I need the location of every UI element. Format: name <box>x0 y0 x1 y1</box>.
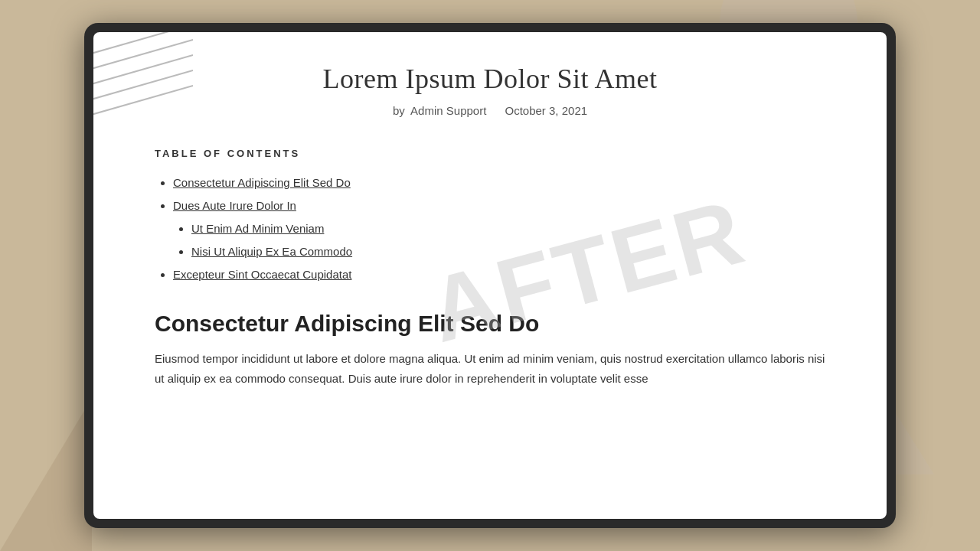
toc-list: Consectetur Adipiscing Elit Sed Do Dues … <box>155 171 825 286</box>
monitor-screen: Lorem Ipsum Dolor Sit Amet by Admin Supp… <box>93 32 887 519</box>
toc-link-1[interactable]: Consectetur Adipiscing Elit Sed Do <box>173 176 351 189</box>
toc-link-2[interactable]: Dues Aute Irure Dolor In <box>173 199 296 212</box>
toc-sublink-2[interactable]: Nisi Ut Aliquip Ex Ea Commodo <box>191 245 352 258</box>
by-label: by <box>393 104 405 117</box>
article-author: Admin Support <box>410 104 486 117</box>
section-1-body: Eiusmod tempor incididunt ut labore et d… <box>155 349 825 388</box>
toc-heading: TABLE OF CONTENTS <box>155 148 825 159</box>
toc-sublist: Ut Enim Ad Minim Veniam Nisi Ut Aliquip … <box>173 217 825 263</box>
toc-subitem-1: Ut Enim Ad Minim Veniam <box>191 217 825 240</box>
toc-sublink-1[interactable]: Ut Enim Ad Minim Veniam <box>191 222 324 235</box>
monitor-frame: Lorem Ipsum Dolor Sit Amet by Admin Supp… <box>84 23 896 528</box>
article-date: October 3, 2021 <box>505 104 588 117</box>
toc-item-2: Dues Aute Irure Dolor In Ut Enim Ad Mini… <box>173 194 825 263</box>
toc-section: TABLE OF CONTENTS Consectetur Adipiscing… <box>155 148 825 286</box>
article-content: Lorem Ipsum Dolor Sit Amet by Admin Supp… <box>93 32 887 519</box>
article-title: Lorem Ipsum Dolor Sit Amet <box>155 63 825 95</box>
article-meta: by Admin Support October 3, 2021 <box>155 104 825 117</box>
toc-subitem-2: Nisi Ut Aliquip Ex Ea Commodo <box>191 240 825 263</box>
triangle-left <box>0 398 92 551</box>
section-1-heading: Consectetur Adipiscing Elit Sed Do <box>155 311 825 337</box>
toc-item-1: Consectetur Adipiscing Elit Sed Do <box>173 171 825 194</box>
toc-item-3: Excepteur Sint Occaecat Cupidatat <box>173 263 825 286</box>
toc-link-3[interactable]: Excepteur Sint Occaecat Cupidatat <box>173 268 351 281</box>
